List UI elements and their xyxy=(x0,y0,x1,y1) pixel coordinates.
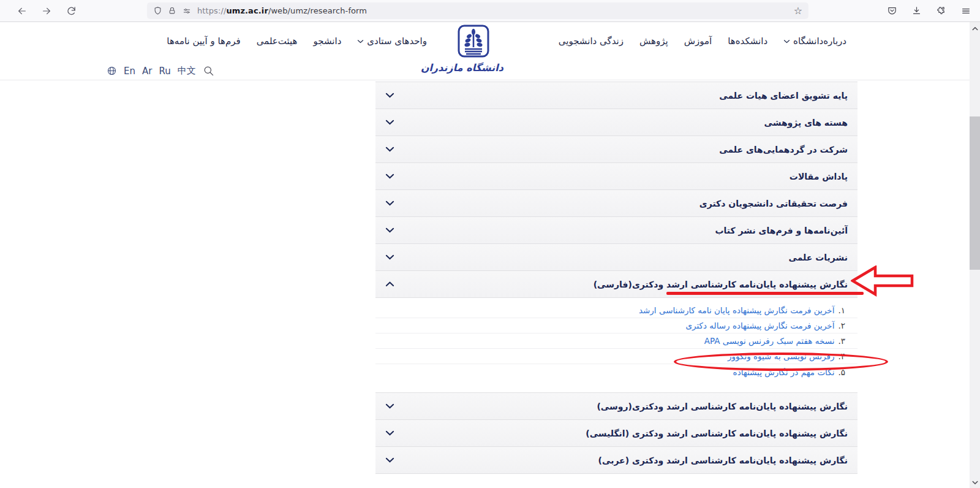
nav-item-faculty-members[interactable]: هیئت‌علمی xyxy=(257,36,298,47)
annotation-red-ellipse xyxy=(674,353,888,371)
nav-label: درباره‌دانشگاه xyxy=(793,36,846,47)
accordion-item-phd-research-opportunity[interactable]: فرصت تحقیقاتی دانشجویان دکتری xyxy=(375,190,858,217)
annotation-red-underline xyxy=(666,292,864,295)
browser-action-icons xyxy=(887,6,971,16)
lang-en[interactable]: En xyxy=(124,66,135,77)
accordion-item-scientific-meetings[interactable]: شرکت در گردهمایی‌های علمی xyxy=(375,136,858,163)
download-icon[interactable] xyxy=(911,6,922,16)
accordion-item-proposal-writing-english[interactable]: نگارش پیشنهاده پایان‌نامه کارشناسی ارشد … xyxy=(375,420,858,447)
lang-zh[interactable]: 中文 xyxy=(178,65,196,77)
url-text[interactable]: https://umz.ac.ir/web/umz/research-form xyxy=(197,6,788,15)
accordion-item-proposal-writing-russian[interactable]: نگارش پیشنهاده پایان‌نامه کارشناسی ارشد … xyxy=(375,393,858,420)
nav-label: زندگی دانشجویی xyxy=(559,36,624,47)
chevron-down-icon xyxy=(385,173,394,179)
shield-icon xyxy=(153,6,162,15)
link-number: ۲. xyxy=(838,321,845,330)
research-forms-accordion: پایه تشویق اعضای هیات علمی هسته های پژوه… xyxy=(375,82,858,474)
annotation-red-arrow-icon xyxy=(851,265,914,297)
chevron-down-icon xyxy=(385,93,394,98)
chevron-up-icon xyxy=(385,281,394,287)
nav-item-about-university[interactable]: درباره‌دانشگاه xyxy=(783,36,846,47)
nav-item-research[interactable]: پژوهش xyxy=(639,36,668,47)
accordion-item-proposal-writing-arabic[interactable]: نگارش پیشنهاده پایان‌نامه کارشناسی ارشد … xyxy=(375,447,858,474)
accordion-label: هسته های پژوهشی xyxy=(764,118,848,128)
chevron-down-icon xyxy=(385,227,394,233)
forward-icon xyxy=(41,6,52,16)
lang-ar[interactable]: Ar xyxy=(142,66,152,77)
address-bar[interactable]: https://umz.ac.ir/web/umz/research-form … xyxy=(147,2,809,19)
accordion-item-research-cores[interactable]: هسته های پژوهشی xyxy=(375,109,858,136)
nav-item-staff-units[interactable]: واحدهای ستادی xyxy=(357,36,427,47)
accordion-panel-proposal-writing-farsi: ۱. آخرین فرمت نگارش پیشنهاده پایان نامه … xyxy=(375,298,858,393)
accordion-label: آئین‌نامه‌ها و فرم‌های نشر کتاب xyxy=(715,226,848,235)
nav-label: پژوهش xyxy=(639,36,668,47)
chevron-down-icon xyxy=(385,120,394,125)
accordion-item-article-rewards[interactable]: پاداش مقالات xyxy=(375,163,858,190)
globe-icon xyxy=(107,66,117,76)
main-nav-left: واحدهای ستادی دانشجو هیئت‌علمی فرم‌ها و … xyxy=(138,36,427,47)
chevron-down-icon xyxy=(357,39,364,44)
search-icon[interactable] xyxy=(203,65,214,77)
nav-item-forms-regulations[interactable]: فرم‌ها و آیین نامه‌ها xyxy=(167,36,240,47)
accordion-item-faculty-incentive[interactable]: پایه تشویق اعضای هیات علمی xyxy=(375,82,858,109)
link-number: ۱. xyxy=(838,305,845,315)
accordion-label: نگارش پیشنهاده پایان‌نامه کارشناسی ارشد … xyxy=(594,280,848,289)
university-logo[interactable]: دانشگاه مازندران xyxy=(443,24,503,74)
url-domain: umz.ac.ir xyxy=(226,6,268,15)
nav-label: فرم‌ها و آیین نامه‌ها xyxy=(167,36,240,47)
scroll-up-arrow[interactable] xyxy=(970,23,980,34)
url-scheme: https:// xyxy=(197,6,226,15)
pocket-icon[interactable] xyxy=(887,6,897,16)
permissions-icon[interactable] xyxy=(182,7,192,15)
nav-label: واحدهای ستادی xyxy=(367,36,427,47)
reload-button[interactable] xyxy=(64,4,78,18)
chevron-down-icon xyxy=(972,481,978,484)
chevron-down-icon xyxy=(385,430,394,436)
accordion-label: شرکت در گردهمایی‌های علمی xyxy=(719,145,848,154)
language-switcher: En Ar Ru 中文 xyxy=(107,65,217,77)
nav-item-faculties[interactable]: دانشکده‌ها xyxy=(728,36,767,47)
chevron-down-icon xyxy=(385,147,394,152)
extensions-puzzle-icon[interactable] xyxy=(936,6,946,16)
scroll-down-arrow[interactable] xyxy=(970,477,980,487)
scrollbar-thumb[interactable] xyxy=(970,116,980,270)
accordion-label: نگارش پیشنهاده پایان‌نامه کارشناسی ارشد … xyxy=(586,429,848,438)
nav-item-student[interactable]: دانشجو xyxy=(314,36,342,47)
link-latest-masters-proposal-format[interactable]: آخرین فرمت نگارش پیشنهاده پایان نامه کار… xyxy=(639,305,835,315)
chevron-down-icon xyxy=(385,200,394,206)
lock-icon xyxy=(168,6,176,15)
accordion-label: نشریات علمی xyxy=(789,253,848,262)
main-nav-right: درباره‌دانشگاه دانشکده‌ها آموزش پژوهش زن… xyxy=(559,36,846,47)
page-scrollbar[interactable] xyxy=(970,22,980,488)
nav-label: هیئت‌علمی xyxy=(257,36,298,47)
accordion-label: پاداش مقالات xyxy=(790,172,848,181)
nav-item-student-life[interactable]: زندگی دانشجویی xyxy=(559,36,624,47)
list-item: ۲. آخرین فرمت نگارش پیشنهاده رساله دکتری xyxy=(375,318,858,334)
chevron-down-icon xyxy=(385,457,394,463)
bookmark-star-icon[interactable]: ☆ xyxy=(794,5,802,17)
accordion-label: پایه تشویق اعضای هیات علمی xyxy=(719,91,848,101)
list-item: ۳. نسخه هفتم سبک رفرنس نویسی APA xyxy=(375,334,858,349)
lang-ru[interactable]: Ru xyxy=(159,66,170,77)
browser-toolbar: https://umz.ac.ir/web/umz/research-form … xyxy=(0,0,980,22)
browser-nav-buttons xyxy=(15,4,78,18)
link-latest-phd-proposal-format[interactable]: آخرین فرمت نگارش پیشنهاده رساله دکتری xyxy=(685,321,834,330)
site-header: درباره‌دانشگاه دانشکده‌ها آموزش پژوهش زن… xyxy=(0,22,980,80)
accordion-label: نگارش پیشنهاده پایان‌نامه کارشناسی ارشد … xyxy=(598,456,848,465)
chevron-down-icon xyxy=(783,39,790,44)
chevron-down-icon xyxy=(385,403,394,409)
accordion-label: فرصت تحقیقاتی دانشجویان دکتری xyxy=(699,199,848,208)
menu-hamburger-icon[interactable] xyxy=(960,6,971,16)
link-apa-7th-referencing[interactable]: نسخه هفتم سبک رفرنس نویسی APA xyxy=(704,336,835,346)
back-button[interactable] xyxy=(15,4,29,18)
nav-item-education[interactable]: آموزش xyxy=(684,36,712,47)
logo-title: دانشگاه مازندران xyxy=(443,62,503,74)
nav-label: آموزش xyxy=(684,36,712,47)
accordion-label: نگارش پیشنهاده پایان‌نامه کارشناسی ارشد … xyxy=(597,402,848,411)
university-emblem-icon xyxy=(457,24,490,61)
list-item: ۱. آخرین فرمت نگارش پیشنهاده پایان نامه … xyxy=(375,303,858,318)
chevron-up-icon xyxy=(972,27,978,31)
accordion-item-scientific-journals[interactable]: نشریات علمی xyxy=(375,244,858,271)
forward-button[interactable] xyxy=(39,4,54,18)
accordion-item-book-publishing[interactable]: آئین‌نامه‌ها و فرم‌های نشر کتاب xyxy=(375,217,858,244)
